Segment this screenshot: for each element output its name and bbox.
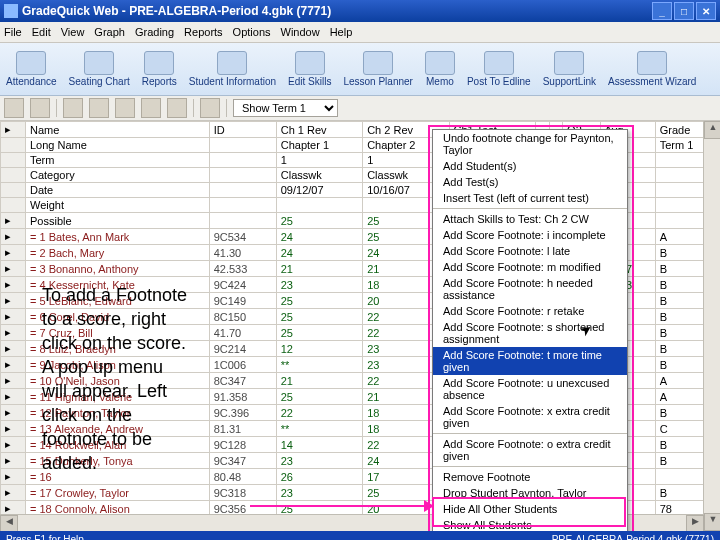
menu-item[interactable]: Drop Student Paynton, Taylor xyxy=(433,485,627,501)
student-id-cell[interactable]: 8C347 xyxy=(209,373,276,389)
score-cell[interactable]: 23 xyxy=(276,453,362,469)
student-id-cell[interactable]: 9C534 xyxy=(209,229,276,245)
student-name-cell[interactable]: = 14 Rockwell, Alan xyxy=(26,437,210,453)
col-name[interactable]: Name xyxy=(26,122,210,138)
menu-item[interactable]: Add Test(s) xyxy=(433,174,627,190)
id-icon[interactable] xyxy=(115,98,135,118)
user-icon[interactable] xyxy=(89,98,109,118)
student-name-cell[interactable]: = 17 Crowley, Taylor xyxy=(26,485,210,501)
scroll-down-button[interactable]: ▼ xyxy=(704,513,720,531)
menu-help[interactable]: Help xyxy=(330,26,353,38)
tool-support[interactable]: SupportLink xyxy=(543,51,596,87)
menu-item[interactable]: Show All Students xyxy=(433,517,627,531)
score-cell[interactable]: 14 xyxy=(276,437,362,453)
score-cell[interactable]: 21 xyxy=(276,373,362,389)
score-cell[interactable]: 25 xyxy=(276,389,362,405)
menu-item[interactable]: Insert Test (left of current test) xyxy=(433,190,627,206)
menu-item[interactable]: Remove Footnote xyxy=(433,469,627,485)
student-name-cell[interactable]: = 13 Alexande, Andrew xyxy=(26,421,210,437)
score-cell[interactable]: 25 xyxy=(276,325,362,341)
score-cell[interactable]: 23 xyxy=(276,485,362,501)
scroll-up-button[interactable]: ▲ xyxy=(704,121,720,139)
score-cell[interactable]: ** xyxy=(276,421,362,437)
sort-icon[interactable] xyxy=(141,98,161,118)
student-name-cell[interactable]: = 8 Luiz, Braedyn xyxy=(26,341,210,357)
score-cell[interactable]: 25 xyxy=(276,293,362,309)
student-name-cell[interactable]: = 11 Higman, Valerie xyxy=(26,389,210,405)
student-id-cell[interactable]: 41.70 xyxy=(209,325,276,341)
student-name-cell[interactable]: = 1 Bates, Ann Mark xyxy=(26,229,210,245)
menu-item[interactable]: Attach Skills to Test: Ch 2 CW xyxy=(433,211,627,227)
student-name-cell[interactable]: = 12 Paynton, Taylor xyxy=(26,405,210,421)
student-name-cell[interactable]: = 9 Jacobi, Alison xyxy=(26,357,210,373)
scroll-left-button[interactable]: ◀ xyxy=(0,515,18,531)
menu-edit[interactable]: Edit xyxy=(32,26,51,38)
student-id-cell[interactable]: 9C214 xyxy=(209,341,276,357)
score-cell[interactable]: 25 xyxy=(276,309,362,325)
col-id[interactable]: ID xyxy=(209,122,276,138)
student-id-cell[interactable]: 9C.396 xyxy=(209,405,276,421)
context-menu[interactable]: Undo footnote change for Paynton, Taylor… xyxy=(432,129,628,531)
student-id-cell[interactable]: 9C318 xyxy=(209,485,276,501)
student-id-cell[interactable]: 1C006 xyxy=(209,357,276,373)
student-name-cell[interactable]: = 6 Corel, David xyxy=(26,309,210,325)
student-name-cell[interactable]: = 16 xyxy=(26,469,210,485)
tool-icon-2[interactable] xyxy=(30,98,50,118)
student-id-cell[interactable]: 9C347 xyxy=(209,453,276,469)
vertical-scrollbar[interactable]: ▲ ▼ xyxy=(703,121,720,531)
close-button[interactable]: ✕ xyxy=(696,2,716,20)
student-id-cell[interactable]: 9C128 xyxy=(209,437,276,453)
tool-attendance[interactable]: Attendance xyxy=(6,51,57,87)
student-name-cell[interactable]: = 10 O'Neil, Jason xyxy=(26,373,210,389)
score-cell[interactable]: 22 xyxy=(276,405,362,421)
menu-item[interactable]: Add Student(s) xyxy=(433,158,627,174)
student-name-cell[interactable]: = 2 Bach, Mary xyxy=(26,245,210,261)
tool-student-info[interactable]: Student Information xyxy=(189,51,276,87)
tool-assessment[interactable]: Assessment Wizard xyxy=(608,51,696,87)
menu-item[interactable]: Add Score Footnote: r retake xyxy=(433,303,627,319)
term-select[interactable]: Show Term 1 xyxy=(233,99,338,117)
student-name-cell[interactable]: = 5 LeBlanc, Edward xyxy=(26,293,210,309)
student-id-cell[interactable]: 80.48 xyxy=(209,469,276,485)
menu-item[interactable]: Add Score Footnote: x extra credit given xyxy=(433,403,627,431)
menu-item[interactable]: Add Score Footnote: t more time given xyxy=(433,347,627,375)
score-cell[interactable]: ** xyxy=(276,357,362,373)
student-id-cell[interactable]: 41.30 xyxy=(209,245,276,261)
menu-item[interactable]: Add Score Footnote: u unexcused absence xyxy=(433,375,627,403)
menu-graph[interactable]: Graph xyxy=(94,26,125,38)
student-id-cell[interactable]: 81.31 xyxy=(209,421,276,437)
score-cell[interactable]: 26 xyxy=(276,469,362,485)
menu-item[interactable]: Add Score Footnote: m modified xyxy=(433,259,627,275)
student-name-cell[interactable]: = 4 Kessernicht, Kate xyxy=(26,277,210,293)
scroll-right-button[interactable]: ▶ xyxy=(686,515,704,531)
tool-reports[interactable]: Reports xyxy=(142,51,177,87)
menu-item[interactable]: Hide All Other Students xyxy=(433,501,627,517)
menu-window[interactable]: Window xyxy=(281,26,320,38)
student-id-cell[interactable]: 9C424 xyxy=(209,277,276,293)
columns-icon[interactable] xyxy=(167,98,187,118)
student-name-cell[interactable]: = 15 Dunkerly, Tonya xyxy=(26,453,210,469)
sigma-icon[interactable] xyxy=(63,98,83,118)
tool-edit-skills[interactable]: Edit Skills xyxy=(288,51,331,87)
minimize-button[interactable]: _ xyxy=(652,2,672,20)
menu-item[interactable]: Add Score Footnote: s shortened assignme… xyxy=(433,319,627,347)
menu-view[interactable]: View xyxy=(61,26,85,38)
menu-options[interactable]: Options xyxy=(233,26,271,38)
student-id-cell[interactable]: 42.533 xyxy=(209,261,276,277)
student-id-cell[interactable]: 91.358 xyxy=(209,389,276,405)
score-cell[interactable]: 24 xyxy=(276,245,362,261)
print-icon[interactable] xyxy=(4,98,24,118)
tool-memo[interactable]: Memo xyxy=(425,51,455,87)
menu-item[interactable]: Add Score Footnote: o extra credit given xyxy=(433,436,627,464)
student-id-cell[interactable]: 8C150 xyxy=(209,309,276,325)
menu-item[interactable]: Add Score Footnote: h needed assistance xyxy=(433,275,627,303)
maximize-button[interactable]: □ xyxy=(674,2,694,20)
student-name-cell[interactable]: = 7 Cruz, Bill xyxy=(26,325,210,341)
menu-item[interactable]: Undo footnote change for Paynton, Taylor xyxy=(433,130,627,158)
score-cell[interactable]: 23 xyxy=(276,277,362,293)
menu-file[interactable]: File xyxy=(4,26,22,38)
score-cell[interactable]: 24 xyxy=(276,229,362,245)
tool-edline[interactable]: Post To Edline xyxy=(467,51,531,87)
student-name-cell[interactable]: = 3 Bonanno, Anthony xyxy=(26,261,210,277)
menu-grading[interactable]: Grading xyxy=(135,26,174,38)
